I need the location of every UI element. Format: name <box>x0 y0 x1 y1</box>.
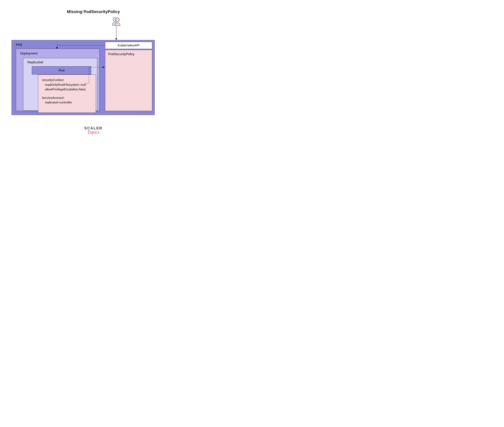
pod-details-box: securityContext: readOnlyRootFilesystem:… <box>38 75 96 113</box>
pke-container: PKE Deployment ReplicaSet Pod securityCo… <box>12 40 155 115</box>
deployment-label: Deployment <box>20 52 37 55</box>
pke-label: PKE <box>16 43 22 47</box>
arrow-users-to-api <box>116 26 116 39</box>
deployment-container: Deployment ReplicaSet Pod securityContex… <box>16 49 100 111</box>
replicaset-container: ReplicaSet Pod securityContext: readOnly… <box>23 58 97 111</box>
users-icon <box>111 17 122 26</box>
svg-point-1 <box>116 18 119 22</box>
scaler-topics-logo: SCALER Topics <box>84 126 103 135</box>
svg-marker-3 <box>115 38 117 40</box>
pod-header: Pod <box>32 66 91 75</box>
security-context-ape: allowPrivilegeEscalation:false <box>42 87 92 92</box>
pod-label: Pod <box>59 69 64 72</box>
security-context-title: securityContext: <box>42 78 92 82</box>
service-account-title: ServiceAccount: <box>42 95 92 100</box>
kubernetes-api-box: KubernetesAPI <box>105 42 152 49</box>
diagram-title: Missing PodSecurityPolicy <box>67 9 120 14</box>
service-account-value: replicaset-controller <box>42 100 92 105</box>
pod-security-policy-box: PodSecurityPolicy <box>105 50 152 111</box>
pod-security-policy-label: PodSecurityPolicy <box>108 52 149 56</box>
replicaset-label: ReplicaSet <box>27 60 43 64</box>
kubernetes-api-label: KubernetesAPI <box>118 44 140 47</box>
security-context-rofs: readOnlyRootFilesystem: true <box>42 82 92 87</box>
